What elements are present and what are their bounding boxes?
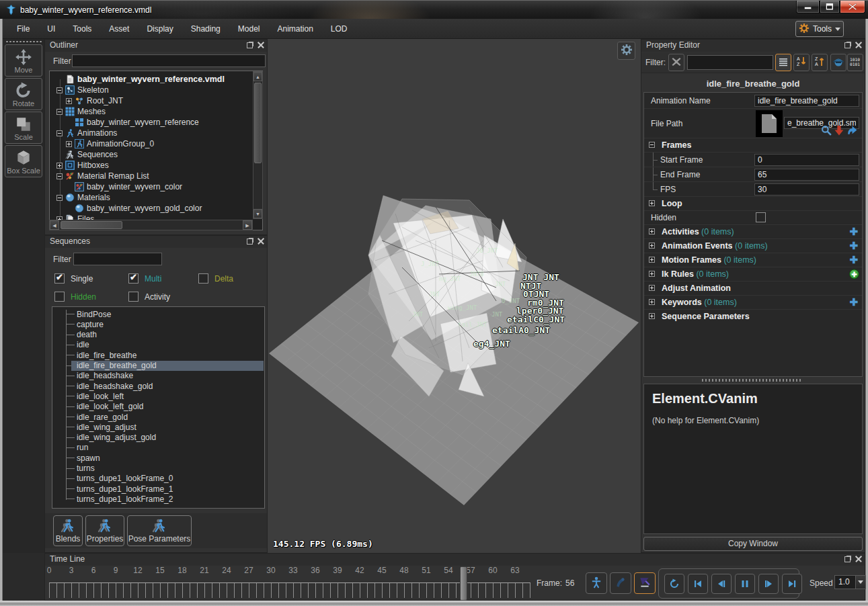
filter-checkbox-hidden[interactable]: [54, 292, 65, 302]
sort-desc-button[interactable]: ZA: [812, 54, 828, 71]
float-panel-icon[interactable]: [247, 42, 253, 48]
property-filter-input[interactable]: [687, 55, 773, 70]
tree-item[interactable]: baby_winter_wyvern_reference.vmdl: [56, 74, 225, 85]
toolbar-grip[interactable]: [5, 40, 42, 43]
tree-item[interactable]: baby_winter_wyvern_reference: [66, 117, 199, 128]
tools-dropdown-button[interactable]: Tools: [795, 21, 844, 37]
minus-expander[interactable]: [56, 109, 63, 115]
tree-item[interactable]: Root_JNT: [66, 95, 123, 106]
timeline-playhead[interactable]: [460, 566, 467, 601]
hidden-checkbox[interactable]: [756, 212, 766, 222]
minus-expander[interactable]: [56, 87, 63, 93]
menu-file[interactable]: File: [8, 19, 38, 38]
fps-input[interactable]: [754, 183, 859, 196]
sequence-item[interactable]: BindPose: [52, 309, 264, 319]
section-keywords[interactable]: Keywords (0 items) ✚: [644, 295, 862, 309]
rotate-tool-button[interactable]: Rotate: [5, 78, 42, 110]
menu-lod[interactable]: LOD: [322, 19, 356, 38]
filter-checkbox-delta[interactable]: [198, 273, 208, 284]
plus-expander[interactable]: [66, 98, 72, 104]
tree-item[interactable]: Material Remap List: [56, 171, 149, 181]
sequence-item[interactable]: idle_wing_adjust: [52, 422, 264, 432]
sort-asc-button[interactable]: AZ: [793, 54, 810, 71]
show-bones-button[interactable]: [610, 572, 631, 594]
sequence-item[interactable]: idle_headshake_gold: [52, 381, 264, 391]
sequence-item[interactable]: idle: [52, 340, 264, 350]
sequence-item[interactable]: capture: [52, 319, 264, 329]
viewport-3d[interactable]: 145.12 FPS (6.89ms) J_JNTng_JNTJNTwing_J…: [268, 39, 641, 553]
step-forward-button[interactable]: [758, 574, 779, 594]
sequence-item[interactable]: idle_look_left: [52, 391, 264, 401]
file-thumbnail[interactable]: [756, 110, 783, 137]
section-sequence-parameters[interactable]: Sequence Parameters: [644, 309, 862, 323]
viewport-settings-button[interactable]: [617, 42, 635, 60]
section-ik-rules[interactable]: Ik Rules (0 items) ✚: [644, 267, 862, 281]
filter-checkbox-single[interactable]: [54, 273, 65, 284]
sequence-item[interactable]: idle_rare_gold: [52, 412, 264, 422]
skip-start-button[interactable]: [688, 574, 708, 594]
sequence-item[interactable]: death: [52, 330, 264, 340]
float-panel-icon[interactable]: [844, 556, 851, 562]
close-panel-icon[interactable]: [258, 238, 264, 245]
close-panel-icon[interactable]: [855, 556, 862, 562]
menu-tools[interactable]: Tools: [64, 19, 100, 38]
filter-checkbox-multi[interactable]: [128, 273, 139, 284]
scale-tool-button[interactable]: Scale: [5, 112, 42, 144]
sequence-item[interactable]: idle_headshake: [52, 371, 264, 381]
box-scale-tool-button[interactable]: Box Scale: [5, 145, 42, 177]
raw-data-button[interactable]: 10100101: [847, 54, 863, 71]
menu-shading[interactable]: Shading: [182, 19, 229, 38]
anim-mode-button[interactable]: [634, 572, 656, 594]
sequence-item[interactable]: run: [52, 443, 264, 453]
minus-expander[interactable]: [56, 173, 63, 179]
add-item-button[interactable]: ✚: [849, 240, 858, 252]
section-adjust-animation[interactable]: Adjust Animation: [644, 281, 862, 295]
filter-checkbox-activity[interactable]: [128, 292, 139, 302]
tree-item[interactable]: baby_winter_wyvern_gold_color: [66, 203, 202, 214]
spy-mode-button[interactable]: [830, 54, 846, 71]
start-frame-input[interactable]: [754, 154, 859, 166]
plus-expander[interactable]: [66, 141, 72, 147]
sequence-item[interactable]: spawn: [52, 453, 264, 463]
tree-item[interactable]: baby_winter_wyvern_color: [66, 181, 182, 192]
sequence-item[interactable]: turns_dupe1_lookFrame_1: [52, 484, 264, 494]
float-panel-icon[interactable]: [247, 238, 253, 245]
section-animation-events[interactable]: Animation Events (0 items) ✚: [644, 239, 862, 253]
sequence-item[interactable]: idle_fire_breathe: [52, 350, 264, 360]
minimize-button[interactable]: [796, 1, 820, 13]
menu-ui[interactable]: UI: [38, 19, 64, 38]
speed-dropdown-caret[interactable]: [855, 575, 866, 589]
section-loop[interactable]: Loop: [644, 196, 862, 210]
sequence-item[interactable]: turns: [52, 464, 264, 474]
list-view-button[interactable]: [775, 54, 791, 71]
section-motion-frames[interactable]: Motion Frames (0 items) ✚: [644, 253, 862, 267]
section-activities[interactable]: Activities (0 items) ✚: [644, 224, 862, 239]
maximize-button[interactable]: [820, 1, 840, 13]
close-panel-icon[interactable]: [258, 42, 264, 48]
add-item-button[interactable]: ✚: [850, 270, 859, 279]
outliner-filter-input[interactable]: [72, 54, 266, 67]
sequences-filter-input[interactable]: [73, 253, 162, 265]
copy-window-button[interactable]: Copy Window: [643, 537, 863, 551]
menu-model[interactable]: Model: [229, 19, 269, 38]
move-tool-button[interactable]: Move: [5, 44, 42, 77]
menu-animation[interactable]: Animation: [268, 19, 321, 38]
tree-item[interactable]: Hitboxes: [56, 160, 109, 171]
close-panel-icon[interactable]: [855, 42, 862, 48]
step-back-button[interactable]: [711, 574, 732, 594]
plus-expander[interactable]: [56, 163, 63, 169]
sequence-item[interactable]: turns_dupe1_lookFrame_2: [52, 494, 264, 504]
pose-parameters-button[interactable]: Pose Parameters: [127, 515, 192, 546]
minus-expander[interactable]: [56, 130, 63, 136]
tree-item[interactable]: Materials: [56, 192, 110, 203]
add-item-button[interactable]: ✚: [849, 226, 858, 238]
tree-item[interactable]: Skeleton: [56, 85, 109, 95]
sequence-item[interactable]: idle_look_left_gold: [52, 402, 264, 412]
outliner-vscrollbar[interactable]: ▲ ▼: [253, 71, 263, 219]
close-button[interactable]: [840, 1, 865, 13]
panel-splitter[interactable]: [702, 379, 803, 382]
animation-name-input[interactable]: [754, 95, 859, 107]
clear-filter-button[interactable]: [668, 54, 684, 71]
sequence-item[interactable]: turns_dupe1_lookFrame_0: [52, 474, 264, 484]
menu-asset[interactable]: Asset: [100, 19, 138, 38]
